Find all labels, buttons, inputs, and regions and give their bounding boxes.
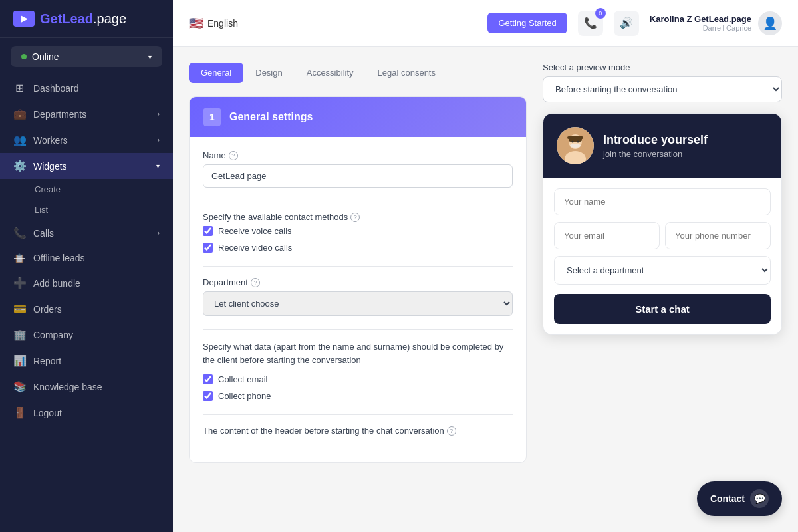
- collect-email-input[interactable]: [203, 374, 213, 384]
- nav-label-dashboard: Dashboard: [33, 83, 79, 94]
- nav-item-dashboard[interactable]: ⊞ Dashboard: [0, 75, 173, 101]
- nav-label-calls: Calls: [33, 228, 54, 239]
- video-calls-input[interactable]: [203, 243, 213, 253]
- collect-phone-label: Collect phone: [218, 391, 271, 401]
- tab-accessibility[interactable]: Accessibility: [295, 63, 366, 83]
- header-info-icon[interactable]: ?: [447, 426, 456, 436]
- phone-icon: 📞: [584, 17, 597, 29]
- voice-calls-label: Receive voice calls: [218, 226, 292, 236]
- nav-item-company[interactable]: 🏢 Company: [0, 322, 173, 348]
- collect-phone-input[interactable]: [203, 391, 213, 401]
- nav-label-report: Report: [33, 356, 61, 366]
- report-icon: 📊: [13, 354, 25, 367]
- orders-icon: 💳: [13, 303, 25, 315]
- step-badge: 1: [203, 108, 221, 126]
- nav-item-calls[interactable]: 📞 Calls ›: [0, 220, 173, 246]
- tabs-bar: General Design Accessibility Legal conse…: [189, 63, 527, 83]
- contact-methods-info-icon[interactable]: ?: [350, 213, 360, 222]
- user-info[interactable]: Karolina Z GetLead.page Darrell Caprice …: [650, 11, 782, 35]
- nav-item-knowledge-base[interactable]: 📚 Knowledge base: [0, 374, 173, 400]
- contact-methods-checkboxes: Receive voice calls Receive video calls: [203, 226, 513, 253]
- tab-general[interactable]: General: [189, 63, 243, 83]
- contact-fab[interactable]: Contact 💬: [697, 481, 782, 516]
- nav-label-knowledge-base: Knowledge base: [33, 382, 102, 392]
- expand-icon: ›: [158, 136, 160, 144]
- chat-dept-select[interactable]: Select a department Sales Support Billin…: [554, 256, 771, 285]
- nav-item-workers[interactable]: 👥 Workers ›: [0, 127, 173, 153]
- knowledge-base-icon: 📚: [13, 380, 25, 393]
- nav-label-workers: Workers: [33, 135, 68, 146]
- collect-phone-checkbox[interactable]: Collect phone: [203, 391, 513, 401]
- chat-intro-subtitle: join the conversation: [603, 149, 708, 159]
- phone-button[interactable]: 📞 0: [578, 11, 603, 36]
- logo-text: GetLead.page: [40, 11, 126, 27]
- divider4: [203, 414, 513, 415]
- offline-leads-icon: 📋: [13, 253, 25, 263]
- phone-badge: 0: [595, 8, 606, 19]
- chat-name-input[interactable]: [554, 188, 771, 215]
- preview-select-wrapper: Before starting the conversation During …: [543, 76, 782, 102]
- nav-item-orders[interactable]: 💳 Orders: [0, 296, 173, 322]
- chat-widget-header: Introduce yourself join the conversation: [543, 114, 781, 178]
- department-select[interactable]: Let client choose Sales Support Billing: [203, 291, 513, 316]
- name-group: Name ?: [203, 150, 513, 188]
- getting-started-button[interactable]: Getting Started: [487, 13, 567, 33]
- calls-icon: 📞: [13, 227, 25, 239]
- preview-mode-label: Select a preview mode: [543, 63, 782, 72]
- nav-sub-label-list: List: [35, 205, 48, 215]
- top-header: 🇺🇸 English Getting Started 📞 0 🔊 Karolin…: [173, 0, 798, 47]
- nav-item-widgets[interactable]: ⚙️ Widgets ▾: [0, 153, 173, 179]
- start-chat-button[interactable]: Start a chat: [554, 294, 771, 324]
- name-label: Name ?: [203, 150, 513, 160]
- sound-button[interactable]: 🔊: [614, 11, 639, 36]
- nav-label-departments: Departments: [33, 109, 86, 120]
- chat-email-phone-row: [554, 222, 771, 249]
- nav-item-add-bundle[interactable]: ➕ Add bundle: [0, 270, 173, 296]
- nav-label-logout: Logout: [33, 408, 62, 418]
- svg-point-7: [570, 144, 581, 148]
- collect-email-checkbox[interactable]: Collect email: [203, 374, 513, 384]
- settings-card: 1 General settings Name ?: [189, 96, 527, 463]
- nav-item-offline-leads[interactable]: 📋 Offline leads: [0, 246, 173, 270]
- user-details: Karolina Z GetLead.page Darrell Caprice: [650, 14, 751, 32]
- language-selector[interactable]: 🇺🇸 English: [189, 16, 238, 31]
- chevron-down-icon: ▾: [148, 53, 152, 61]
- chat-intro-title: Introduce yourself: [603, 132, 708, 148]
- logo: ▶ GetLead.page: [0, 0, 173, 38]
- voice-calls-checkbox[interactable]: Receive voice calls: [203, 226, 513, 236]
- avatar-icon: 👤: [763, 16, 777, 31]
- right-panel: Select a preview mode Before starting th…: [543, 63, 782, 516]
- tab-legal[interactable]: Legal consents: [366, 63, 448, 83]
- chat-phone-input[interactable]: [665, 222, 771, 249]
- nav-sub-create[interactable]: Create: [0, 179, 173, 200]
- tab-design[interactable]: Design: [243, 63, 294, 83]
- expand-icon: ›: [158, 110, 160, 118]
- video-calls-checkbox[interactable]: Receive video calls: [203, 243, 513, 253]
- divider2: [203, 266, 513, 267]
- left-panel: General Design Accessibility Legal conse…: [189, 63, 527, 516]
- agent-avatar: [557, 127, 594, 164]
- sidebar: ▶ GetLead.page Online ▾ ⊞ Dashboard 💼 De…: [0, 0, 173, 532]
- name-input[interactable]: [203, 164, 513, 188]
- dept-info-icon[interactable]: ?: [251, 278, 260, 287]
- content-area: General Design Accessibility Legal conse…: [173, 47, 798, 532]
- name-info-icon[interactable]: ?: [229, 151, 238, 160]
- preview-mode-select[interactable]: Before starting the conversation During …: [543, 76, 782, 102]
- status-toggle[interactable]: Online ▾: [11, 46, 162, 67]
- chat-email-input[interactable]: [554, 222, 660, 249]
- nav-sub-list[interactable]: List: [0, 200, 173, 220]
- nav-item-logout[interactable]: 🚪 Logout: [0, 400, 173, 426]
- expand-icon: ▾: [156, 162, 160, 170]
- contact-methods-label: Specify the available contact methods ?: [203, 212, 513, 222]
- svg-point-5: [577, 141, 579, 143]
- add-bundle-icon: ➕: [13, 277, 25, 289]
- nav-item-report[interactable]: 📊 Report: [0, 348, 173, 374]
- divider3: [203, 329, 513, 330]
- nav-item-departments[interactable]: 💼 Departments ›: [0, 101, 173, 127]
- settings-card-body: Name ? Specify the available contact met…: [190, 137, 526, 462]
- chat-bubble-icon: 💬: [754, 493, 765, 504]
- avatar: 👤: [758, 11, 782, 35]
- svg-point-4: [572, 141, 574, 143]
- voice-calls-input[interactable]: [203, 226, 213, 236]
- user-name: Karolina Z GetLead.page: [650, 14, 751, 24]
